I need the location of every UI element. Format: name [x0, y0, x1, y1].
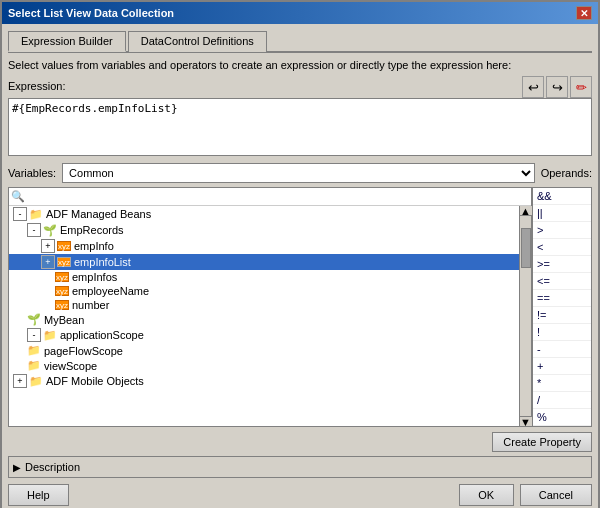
tree-item-adf-mobile-objects[interactable]: + 📁 ADF Mobile Objects — [9, 373, 519, 389]
field-icon-emp-info: xyz — [57, 241, 71, 251]
bean-icon: 🌱 — [43, 224, 57, 237]
search-input[interactable] — [28, 191, 529, 203]
folder-icon-appscope: 📁 — [43, 329, 57, 342]
operand-gt[interactable]: > — [533, 222, 591, 239]
label-adf-managed-beans: ADF Managed Beans — [46, 208, 151, 220]
folder-icon-mobile: 📁 — [29, 375, 43, 388]
label-application-scope: applicationScope — [60, 329, 144, 341]
operand-and[interactable]: && — [533, 188, 591, 205]
scroll-down[interactable]: ▼ — [520, 416, 532, 426]
label-my-bean: MyBean — [44, 314, 84, 326]
desc-toggle-icon: ▶ — [13, 462, 21, 473]
operand-lte[interactable]: <= — [533, 273, 591, 290]
variables-select[interactable]: Common Request Session Application ViewS… — [62, 163, 535, 183]
back-button[interactable]: ↩ — [522, 76, 544, 98]
label-emp-info: empInfo — [74, 240, 114, 252]
label-number: number — [72, 299, 109, 311]
tree-item-emp-records[interactable]: - 🌱 EmpRecords — [9, 222, 519, 238]
tree-item-emp-infos[interactable]: xyz empInfos — [9, 270, 519, 284]
operand-lt[interactable]: < — [533, 239, 591, 256]
toggle-emp-info[interactable]: + — [41, 239, 55, 253]
folder-icon-viewscope: 📁 — [27, 359, 41, 372]
tree-panel: 🔍 - 📁 ADF Managed Beans — [8, 187, 532, 427]
footer-buttons: Help OK Cancel — [8, 484, 592, 506]
tab-expression-builder[interactable]: Expression Builder — [8, 31, 126, 52]
footer-right: OK Cancel — [459, 484, 592, 506]
bean-icon-mybean: 🌱 — [27, 313, 41, 326]
label-view-scope: viewScope — [44, 360, 97, 372]
toggle-emp-info-list[interactable]: + — [41, 255, 55, 269]
operands-panel: && || > < >= <= == != ! - + * / % — [532, 187, 592, 427]
cancel-button[interactable]: Cancel — [520, 484, 592, 506]
description-section[interactable]: ▶ Description — [8, 456, 592, 478]
toggle-adf-managed-beans[interactable]: - — [13, 207, 27, 221]
field-icon-employee-name: xyz — [55, 286, 69, 296]
tree-scroll[interactable]: - 📁 ADF Managed Beans - 🌱 EmpRecords — [9, 206, 519, 426]
title-bar: Select List View Data Collection ✕ — [2, 2, 598, 24]
right-panel: && || > < >= <= == != ! - + * / % — [532, 187, 592, 427]
variables-label: Variables: — [8, 167, 56, 179]
label-page-flow-scope: pageFlowScope — [44, 345, 123, 357]
folder-icon: 📁 — [29, 208, 43, 221]
create-property-button[interactable]: Create Property — [492, 432, 592, 452]
label-adf-mobile-objects: ADF Mobile Objects — [46, 375, 144, 387]
variables-row: Variables: Common Request Session Applic… — [8, 163, 592, 183]
folder-icon-pageflow: 📁 — [27, 344, 41, 357]
label-employee-name: employeeName — [72, 285, 149, 297]
expression-actions: ↩ ↪ ✏ — [522, 76, 592, 98]
label-emp-info-list: empInfoList — [74, 256, 131, 268]
tree-item-employee-name[interactable]: xyz employeeName — [9, 284, 519, 298]
operand-gte[interactable]: >= — [533, 256, 591, 273]
forward-button[interactable]: ↪ — [546, 76, 568, 98]
tree-item-emp-info[interactable]: + xyz empInfo — [9, 238, 519, 254]
tree-container: - 📁 ADF Managed Beans - 🌱 EmpRecords — [9, 206, 531, 426]
tree-item-view-scope[interactable]: 📁 viewScope — [9, 358, 519, 373]
tree-item-adf-managed-beans[interactable]: - 📁 ADF Managed Beans — [9, 206, 519, 222]
operand-neq[interactable]: != — [533, 307, 591, 324]
toggle-adf-mobile-objects[interactable]: + — [13, 374, 27, 388]
scroll-thumb[interactable] — [521, 228, 531, 268]
tree-item-application-scope[interactable]: - 📁 applicationScope — [9, 327, 519, 343]
tree-scrollbar[interactable]: ▲ ▼ — [519, 206, 531, 426]
toggle-emp-records[interactable]: - — [27, 223, 41, 237]
expression-toolbar: Expression: ↩ ↪ ✏ — [8, 76, 592, 98]
bottom-bar: Create Property — [8, 432, 592, 452]
main-window: Select List View Data Collection ✕ Expre… — [0, 0, 600, 508]
expression-label: Expression: — [8, 80, 65, 92]
operand-or[interactable]: || — [533, 205, 591, 222]
field-icon-emp-info-list: xyz — [57, 257, 71, 267]
field-icon-emp-infos: xyz — [55, 272, 69, 282]
operands-label: Operands: — [541, 167, 592, 179]
tree-item-emp-info-list[interactable]: + xyz empInfoList — [9, 254, 519, 270]
scroll-up[interactable]: ▲ — [520, 206, 532, 216]
window-title: Select List View Data Collection — [8, 7, 174, 19]
operand-modulo[interactable]: % — [533, 409, 591, 426]
tree-item-number[interactable]: xyz number — [9, 298, 519, 312]
description-label: Description — [25, 461, 80, 473]
operand-plus[interactable]: + — [533, 358, 591, 375]
tree-item-my-bean[interactable]: 🌱 MyBean — [9, 312, 519, 327]
label-emp-records: EmpRecords — [60, 224, 124, 236]
operand-eq[interactable]: == — [533, 290, 591, 307]
window-body: Expression Builder DataControl Definitio… — [2, 24, 598, 508]
tab-bar: Expression Builder DataControl Definitio… — [8, 30, 592, 53]
help-button[interactable]: Help — [8, 484, 69, 506]
toggle-application-scope[interactable]: - — [27, 328, 41, 342]
search-icon: 🔍 — [11, 190, 25, 203]
clear-button[interactable]: ✏ — [570, 76, 592, 98]
hint-text: Select values from variables and operato… — [8, 59, 592, 71]
main-panels: 🔍 - 📁 ADF Managed Beans — [8, 187, 592, 427]
expression-input[interactable] — [8, 98, 592, 156]
operand-minus[interactable]: - — [533, 341, 591, 358]
footer-left: Help — [8, 484, 69, 506]
operand-divide[interactable]: / — [533, 392, 591, 409]
tab-datacontrol-definitions[interactable]: DataControl Definitions — [128, 31, 267, 52]
field-icon-number: xyz — [55, 300, 69, 310]
close-button[interactable]: ✕ — [576, 6, 592, 20]
ok-button[interactable]: OK — [459, 484, 514, 506]
tree-item-page-flow-scope[interactable]: 📁 pageFlowScope — [9, 343, 519, 358]
operand-multiply[interactable]: * — [533, 375, 591, 392]
expression-section: Expression: ↩ ↪ ✏ — [8, 76, 592, 158]
operand-not[interactable]: ! — [533, 324, 591, 341]
search-box: 🔍 — [9, 188, 531, 206]
